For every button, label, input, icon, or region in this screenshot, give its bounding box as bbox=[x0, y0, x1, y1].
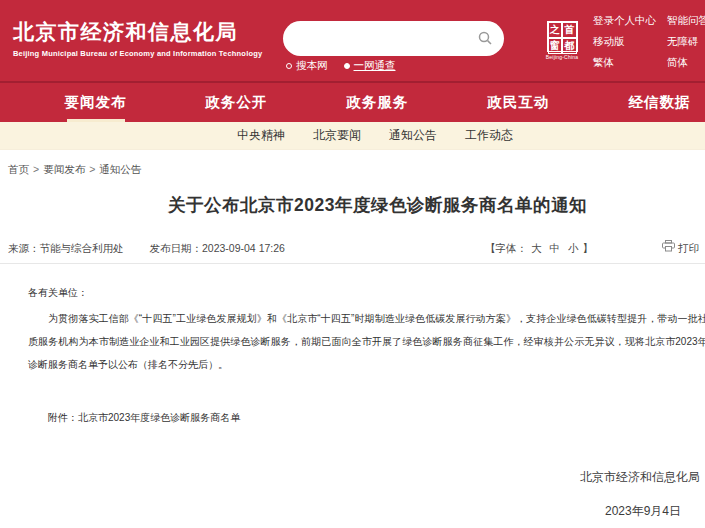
logo-caption: Beijing-China bbox=[545, 54, 579, 60]
meta-divider bbox=[0, 263, 705, 264]
breadcrumb-news-release[interactable]: 要闻发布 bbox=[43, 163, 85, 175]
search-box bbox=[283, 21, 504, 56]
search-scope-site[interactable]: 搜本网 bbox=[286, 59, 328, 73]
search-scope-label: 一网通查 bbox=[354, 59, 396, 73]
source-label: 来源： bbox=[8, 242, 40, 254]
link-login-personal-center[interactable]: 登录个人中心 bbox=[593, 14, 659, 28]
logo-char: 都 bbox=[562, 38, 577, 54]
font-size-control: 【字体：大中小】 bbox=[485, 240, 593, 256]
nav-item-news-release[interactable]: 要闻发布 bbox=[25, 83, 166, 122]
search-scope-options: 搜本网 一网通查 bbox=[286, 59, 396, 73]
breadcrumb-home[interactable]: 首页 bbox=[8, 163, 29, 175]
attachment-line: 附件：北京市2023年度绿色诊断服务商名单 bbox=[28, 406, 705, 429]
sub-nav: 中央精神 北京要闻 通知公告 工作动态 bbox=[0, 122, 705, 150]
article-sign-date: 2023年9月4日 bbox=[0, 500, 681, 523]
link-simplified-chinese[interactable]: 简体 bbox=[667, 56, 705, 70]
print-button[interactable]: 打印 bbox=[662, 240, 699, 256]
attachment-link[interactable]: 北京市2023年度绿色诊断服务商名单 bbox=[78, 412, 240, 423]
logo-char: 首 bbox=[562, 22, 577, 38]
site-header: 北京市经济和信息化局 Beijing Municipal Bureau of E… bbox=[0, 0, 705, 81]
link-traditional-chinese[interactable]: 繁体 bbox=[593, 56, 659, 70]
font-size-medium-button[interactable]: 中 bbox=[550, 242, 561, 254]
search-scope-label: 搜本网 bbox=[296, 59, 328, 73]
site-branding: 北京市经济和信息化局 Beijing Municipal Bureau of E… bbox=[13, 19, 262, 58]
source-value: 节能与综合利用处 bbox=[40, 242, 124, 254]
capital-window-logo[interactable]: 之 首 窗 都 Beijing-China bbox=[545, 21, 579, 60]
link-mobile-version[interactable]: 移动版 bbox=[593, 35, 659, 49]
site-subtitle: Beijing Municipal Bureau of Economy and … bbox=[13, 49, 262, 58]
article-meta: 来源：节能与综合利用处发布日期：2023-09-04 17:26 【字体：大中小… bbox=[0, 240, 705, 256]
subnav-item-central-spirit[interactable]: 中央精神 bbox=[237, 127, 285, 144]
radio-hollow-icon bbox=[286, 63, 292, 69]
search-icon bbox=[477, 34, 493, 49]
article-meta-left: 来源：节能与综合利用处发布日期：2023-09-04 17:26 bbox=[8, 240, 285, 256]
article-signature: 北京市经济和信息化局 bbox=[0, 466, 700, 489]
nav-item-public-interaction[interactable]: 政民互动 bbox=[448, 83, 589, 122]
search-input[interactable] bbox=[299, 22, 464, 54]
breadcrumb-separator: > bbox=[33, 163, 39, 175]
font-size-suffix: 】 bbox=[583, 242, 594, 254]
subnav-item-notices[interactable]: 通知公告 bbox=[389, 127, 437, 144]
breadcrumb-separator: > bbox=[89, 163, 95, 175]
article-title: 关于公布北京市2023年度绿色诊断服务商名单的通知 bbox=[0, 192, 705, 218]
site-title: 北京市经济和信息化局 bbox=[13, 19, 262, 45]
publish-date-label: 发布日期： bbox=[150, 242, 203, 254]
nav-item-economy-data[interactable]: 经信数据 bbox=[589, 83, 705, 122]
font-size-large-button[interactable]: 大 bbox=[531, 242, 542, 254]
main-nav-inner: 要闻发布 政务公开 政务服务 政民互动 经信数据 bbox=[0, 83, 705, 122]
publish-date-value: 2023-09-04 17:26 bbox=[202, 242, 285, 254]
subnav-item-work-updates[interactable]: 工作动态 bbox=[465, 127, 513, 144]
logo-char: 窗 bbox=[548, 38, 563, 54]
printer-icon bbox=[662, 240, 675, 256]
nav-item-gov-disclosure[interactable]: 政务公开 bbox=[166, 83, 307, 122]
font-size-small-button[interactable]: 小 bbox=[568, 242, 579, 254]
radio-filled-icon bbox=[344, 63, 350, 69]
logo-char: 之 bbox=[548, 22, 563, 38]
header-quick-links: 登录个人中心 智能问答 移动版 无障碍 繁体 简体 bbox=[593, 14, 705, 70]
search-scope-onenet[interactable]: 一网通查 bbox=[344, 59, 396, 73]
search-button[interactable] bbox=[476, 30, 494, 48]
link-accessibility[interactable]: 无障碍 bbox=[667, 35, 705, 49]
article: 关于公布北京市2023年度绿色诊断服务商名单的通知 来源：节能与综合利用处发布日… bbox=[0, 192, 705, 523]
font-size-prefix: 【字体： bbox=[485, 242, 527, 254]
article-paragraph: 为贯彻落实工信部《“十四五”工业绿色发展规划》和《北京市“十四五”时期制造业绿色… bbox=[28, 307, 705, 376]
page: 北京市经济和信息化局 Beijing Municipal Bureau of E… bbox=[0, 0, 705, 528]
breadcrumb: 首页>要闻发布>通知公告 bbox=[0, 150, 705, 176]
main-nav: 要闻发布 政务公开 政务服务 政民互动 经信数据 bbox=[0, 81, 705, 122]
link-smart-qa[interactable]: 智能问答 bbox=[667, 14, 705, 28]
capital-window-seal-icon: 之 首 窗 都 bbox=[547, 21, 578, 52]
article-salutation: 各有关单位： bbox=[28, 281, 705, 304]
nav-item-gov-services[interactable]: 政务服务 bbox=[307, 83, 448, 122]
attachment-label: 附件： bbox=[48, 412, 78, 423]
subnav-item-beijing-news[interactable]: 北京要闻 bbox=[313, 127, 361, 144]
print-label: 打印 bbox=[678, 240, 699, 256]
breadcrumb-notices[interactable]: 通知公告 bbox=[99, 163, 141, 175]
